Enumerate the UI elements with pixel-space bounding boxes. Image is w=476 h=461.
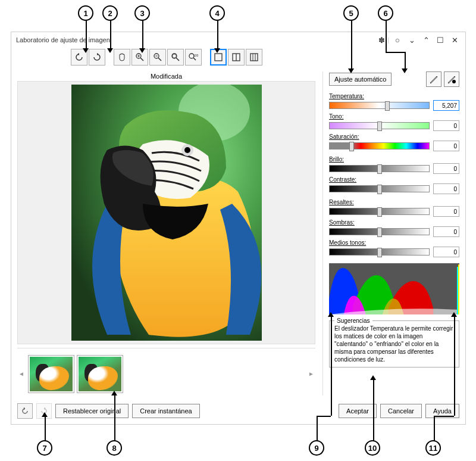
slider-saturacion: Saturación: bbox=[329, 133, 459, 151]
callout-1: 1 bbox=[78, 5, 93, 21]
controls-panel: Ajuste automático Temperatura:Tono:Satur… bbox=[322, 71, 459, 395]
undo-button[interactable] bbox=[17, 403, 33, 419]
slider-track-saturacion[interactable] bbox=[329, 142, 430, 149]
black-point-picker-button[interactable] bbox=[444, 71, 459, 87]
auto-adjust-button[interactable]: Ajuste automático bbox=[329, 73, 392, 86]
arrowhead bbox=[83, 48, 89, 53]
arrowhead bbox=[370, 375, 376, 380]
callout-3: 3 bbox=[134, 5, 150, 21]
slider-track-medios[interactable] bbox=[329, 248, 430, 256]
slider-input-brillo[interactable] bbox=[433, 163, 459, 174]
svg-point-23 bbox=[452, 80, 456, 83]
bottom-bar: Restablecer original Crear instantánea A… bbox=[11, 400, 465, 422]
slider-resaltes: Resaltes: bbox=[329, 199, 459, 217]
preview-area[interactable] bbox=[17, 81, 315, 344]
slider-input-contraste[interactable] bbox=[433, 183, 459, 194]
slider-temperatura: Temperatura: bbox=[329, 93, 459, 111]
window-close-icon[interactable]: ✕ bbox=[449, 35, 461, 45]
arrow bbox=[373, 379, 374, 441]
arrow bbox=[405, 52, 406, 70]
rotate-right-button[interactable] bbox=[89, 49, 105, 66]
callout-9: 9 bbox=[309, 440, 324, 456]
slider-input-resaltes[interactable] bbox=[433, 206, 459, 217]
ok-button[interactable]: Aceptar bbox=[339, 404, 377, 418]
slider-label-brillo: Brillo: bbox=[329, 156, 459, 163]
arrowhead bbox=[348, 68, 354, 73]
arrow bbox=[317, 416, 318, 441]
slider-handle-contraste[interactable] bbox=[377, 185, 382, 194]
zoom-out-button[interactable] bbox=[149, 49, 166, 66]
create-snapshot-button[interactable]: Crear instantánea bbox=[132, 404, 199, 418]
arrow bbox=[434, 416, 454, 417]
reset-original-button[interactable]: Restablecer original bbox=[55, 404, 129, 418]
slider-input-tono[interactable] bbox=[433, 120, 459, 131]
svg-text:100: 100 bbox=[193, 54, 199, 57]
callout-10: 10 bbox=[365, 440, 380, 456]
callout-4: 4 bbox=[209, 5, 225, 21]
slider-handle-brillo[interactable] bbox=[377, 164, 382, 174]
slider-track-temperatura[interactable] bbox=[329, 102, 430, 109]
slider-label-temperatura: Temperatura: bbox=[329, 93, 459, 99]
slider-handle-medios[interactable] bbox=[377, 248, 382, 257]
slider-label-contraste: Contraste: bbox=[329, 176, 459, 183]
window-collapse-icon[interactable]: ⌄ bbox=[406, 35, 418, 45]
preview-image bbox=[71, 85, 262, 341]
arrow bbox=[86, 21, 87, 49]
slider-tono: Tono: bbox=[329, 113, 459, 131]
slider-handle-saturacion[interactable] bbox=[349, 142, 354, 151]
view-split-v-button[interactable] bbox=[228, 49, 245, 66]
slider-handle-resaltes[interactable] bbox=[377, 207, 382, 217]
thumb-prev-button[interactable]: ◄ bbox=[17, 355, 26, 393]
arrowhead bbox=[451, 312, 457, 317]
slider-track-brillo[interactable] bbox=[329, 165, 430, 172]
arrow bbox=[114, 394, 115, 441]
hints-panel: Sugerencias El deslizador Temperatura le… bbox=[329, 320, 459, 367]
zoom-fit-button[interactable] bbox=[167, 49, 184, 66]
svg-line-8 bbox=[176, 58, 179, 61]
snapshot-thumb[interactable]: 2× bbox=[77, 355, 123, 393]
window-expand-icon[interactable]: ⌃ bbox=[420, 35, 432, 45]
window-maximize-icon[interactable]: ☐ bbox=[434, 35, 446, 45]
slider-brillo: Brillo: bbox=[329, 156, 459, 174]
arrow bbox=[386, 52, 405, 53]
slider-handle-temperatura[interactable] bbox=[385, 101, 390, 111]
slider-handle-sombras[interactable] bbox=[377, 228, 382, 237]
window-title: Laboratorio de ajuste de imagen bbox=[16, 36, 373, 43]
slider-track-sombras[interactable] bbox=[329, 228, 430, 235]
slider-medios: Medios tonos: bbox=[329, 239, 459, 257]
arrow bbox=[45, 416, 46, 441]
slider-label-saturacion: Saturación: bbox=[329, 133, 459, 140]
titlebar: Laboratorio de ajuste de imagen ✽ | ○ ⌄ … bbox=[11, 32, 465, 48]
slider-input-temperatura[interactable] bbox=[433, 100, 459, 111]
slider-input-saturacion[interactable] bbox=[433, 141, 459, 151]
hints-title: Sugerencias bbox=[334, 317, 372, 325]
callout-2: 2 bbox=[102, 5, 118, 21]
arrowhead bbox=[402, 68, 408, 73]
snapshot-thumb[interactable]: 1× bbox=[28, 355, 74, 393]
arrowhead bbox=[328, 312, 334, 317]
slider-input-medios[interactable] bbox=[433, 247, 459, 257]
arrow bbox=[110, 21, 111, 49]
window-circle-icon[interactable]: ○ bbox=[392, 35, 403, 45]
cancel-button[interactable]: Cancelar bbox=[380, 404, 422, 418]
slider-track-contraste[interactable] bbox=[329, 185, 430, 192]
arrowhead bbox=[42, 412, 48, 417]
callout-5: 5 bbox=[343, 5, 359, 21]
slider-label-sombras: Sombras: bbox=[329, 219, 459, 226]
slider-label-resaltes: Resaltes: bbox=[329, 199, 459, 205]
pan-button[interactable] bbox=[114, 49, 130, 66]
slider-track-resaltes[interactable] bbox=[329, 208, 430, 215]
slider-input-sombras[interactable] bbox=[433, 226, 459, 237]
slider-track-tono[interactable] bbox=[329, 122, 430, 129]
svg-rect-25 bbox=[458, 264, 459, 314]
view-split-h-button[interactable] bbox=[246, 49, 262, 66]
arrowhead bbox=[139, 48, 145, 53]
slider-handle-tono[interactable] bbox=[377, 122, 382, 131]
toolbar: 100 bbox=[11, 48, 465, 67]
thumb-image bbox=[30, 357, 73, 391]
arrow bbox=[351, 21, 352, 70]
zoom-100-button[interactable]: 100 bbox=[185, 49, 202, 66]
thumb-image bbox=[79, 357, 121, 391]
white-point-picker-button[interactable] bbox=[426, 71, 441, 87]
thumb-next-button[interactable]: ► bbox=[307, 355, 315, 393]
